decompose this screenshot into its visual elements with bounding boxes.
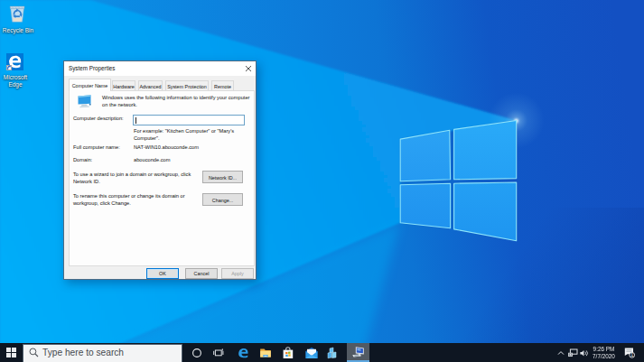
svg-text:1: 1 [630, 352, 633, 357]
